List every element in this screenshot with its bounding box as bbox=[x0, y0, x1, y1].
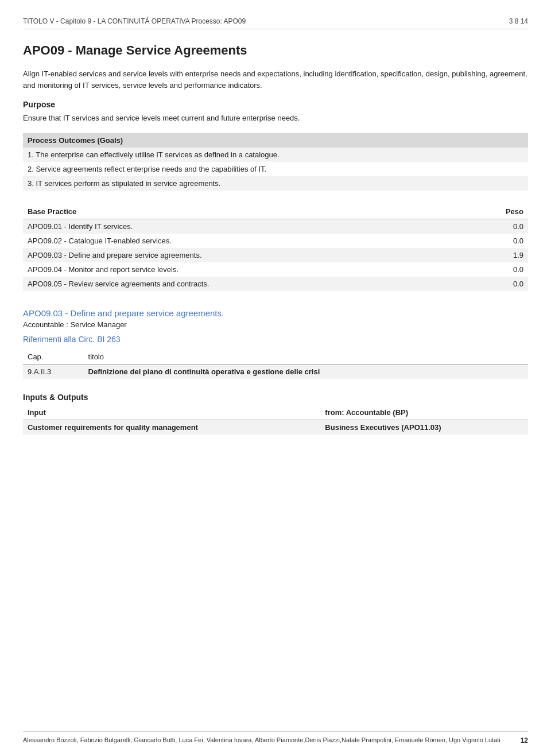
footer-page: 12 bbox=[521, 736, 528, 745]
base-practice-peso: 0.0 bbox=[465, 277, 528, 291]
ref-titolo: Definizione del piano di continuità oper… bbox=[84, 364, 528, 379]
purpose-label: Purpose bbox=[23, 100, 528, 109]
accountable-value: Service Manager bbox=[70, 320, 126, 329]
document-title: APO09 - Manage Service Agreements bbox=[23, 43, 528, 58]
base-practice-peso: 0.0 bbox=[465, 219, 528, 234]
base-practice-name: APO09.01 - Identify IT services. bbox=[23, 219, 465, 234]
base-practice-col2: Peso bbox=[465, 204, 528, 219]
base-practice-peso: 0.0 bbox=[465, 234, 528, 248]
base-practice-name: APO09.05 - Review service agreements and… bbox=[23, 277, 465, 291]
base-practice-name: APO09.04 - Monitor and report service le… bbox=[23, 262, 465, 277]
header-title: TITOLO V - Capitolo 9 - LA CONTINUITÀ OP… bbox=[23, 17, 246, 25]
references-col2: titolo bbox=[84, 350, 528, 365]
outcomes-row: 3. IT services perform as stipulated in … bbox=[23, 176, 528, 191]
page-header: TITOLO V - Capitolo 9 - LA CONTINUITÀ OP… bbox=[23, 17, 528, 29]
base-practice-col1: Base Practice bbox=[23, 204, 465, 219]
page-footer: Alessandro Bozzoli, Fabrizio Bulgarelli,… bbox=[23, 731, 528, 745]
base-practice-peso: 1.9 bbox=[465, 248, 528, 262]
io-table: Input from: Accountable (BP) Customer re… bbox=[23, 405, 528, 435]
outcomes-row: 2. Service agreements reflect enterprise… bbox=[23, 162, 528, 176]
header-page-number: 3 8 14 bbox=[509, 17, 528, 25]
base-practice-peso: 0.0 bbox=[465, 262, 528, 277]
references-table: Cap. titolo 9.A.II.3Definizione del pian… bbox=[23, 350, 528, 379]
io-section-title: Inputs & Outputs bbox=[23, 393, 528, 402]
ref-cap: 9.A.II.3 bbox=[23, 364, 84, 379]
io-from: Business Executives (APO11.03) bbox=[320, 420, 528, 435]
io-col2: from: Accountable (BP) bbox=[320, 405, 528, 420]
io-input: Customer requirements for quality manage… bbox=[23, 420, 320, 435]
purpose-text: Ensure that IT services and service leve… bbox=[23, 113, 528, 124]
outcomes-table: Process Outcomes (Goals) 1. The enterpri… bbox=[23, 133, 528, 191]
intro-text: Align IT-enabled services and service le… bbox=[23, 68, 528, 91]
references-col1: Cap. bbox=[23, 350, 84, 365]
outcomes-header: Process Outcomes (Goals) bbox=[23, 133, 528, 148]
io-col1: Input bbox=[23, 405, 320, 420]
accountable-line: Accountable : Service Manager bbox=[23, 320, 528, 329]
references-title: Riferimenti alla Circ. BI 263 bbox=[23, 335, 528, 344]
subsection-title: APO09.03 - Define and prepare service ag… bbox=[23, 308, 528, 318]
base-practice-name: APO09.02 - Catalogue IT-enabled services… bbox=[23, 234, 465, 248]
base-practice-table: Base Practice Peso APO09.01 - Identify I… bbox=[23, 204, 528, 291]
accountable-label: Accountable bbox=[23, 320, 64, 329]
footer-text: Alessandro Bozzoli, Fabrizio Bulgarelli,… bbox=[23, 736, 521, 745]
base-practice-name: APO09.03 - Define and prepare service ag… bbox=[23, 248, 465, 262]
outcomes-row: 1. The enterprise can effectively utilis… bbox=[23, 148, 528, 162]
